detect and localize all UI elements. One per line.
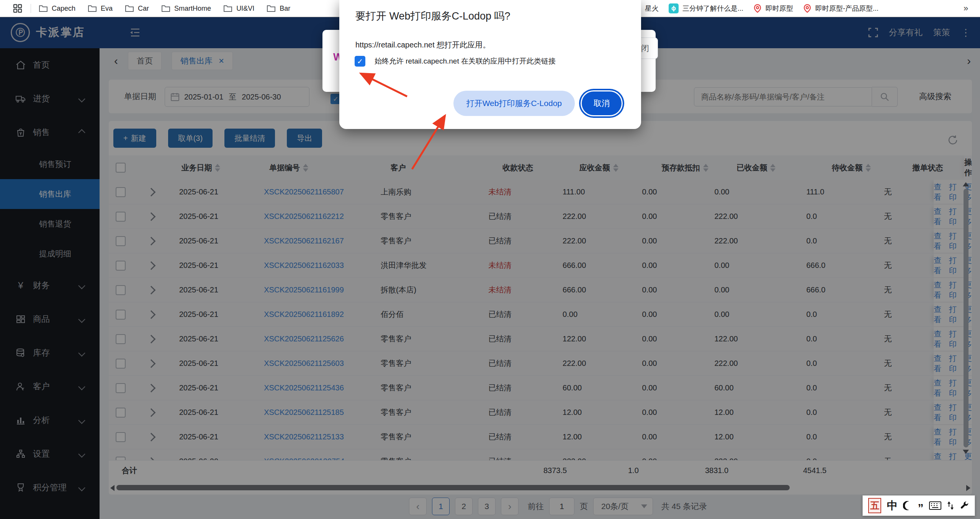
ime-softkeyboard-icon[interactable] bbox=[929, 501, 941, 510]
bookmark-item[interactable]: 即时原型-产品原型... bbox=[803, 4, 879, 13]
bookmark-folder[interactable]: Bar bbox=[267, 5, 290, 13]
dialog-title: 要打开 Web打印服务C-Lodop 吗? bbox=[355, 9, 510, 23]
divider bbox=[31, 4, 31, 13]
bookmark-item[interactable]: 星火 bbox=[645, 4, 659, 13]
ime-halfmoon-icon[interactable] bbox=[903, 501, 912, 511]
always-allow-checkbox[interactable]: ✓ bbox=[355, 56, 365, 67]
ime-tools-wrench-icon[interactable] bbox=[960, 501, 969, 510]
cancel-button[interactable]: 取消 bbox=[582, 91, 622, 115]
ime-chinese-mode-icon[interactable]: 中 bbox=[887, 498, 898, 513]
bookmark-item[interactable]: 即时原型 bbox=[753, 4, 793, 13]
ime-punctuation-icon[interactable]: ” bbox=[918, 501, 924, 510]
bookmark-item[interactable]: ϕ 三分钟了解什么是... bbox=[669, 3, 743, 13]
dialog-body-text: https://retail.capech.net 想打开此应用。 bbox=[355, 40, 490, 50]
apps-grid-icon[interactable] bbox=[13, 4, 22, 13]
screen: Capech Eva Car SmartHome UI&VI Bar 星火 ϕ … bbox=[0, 0, 980, 519]
always-allow-label: 始终允许 retail.capech.net 在关联的应用中打开此类链接 bbox=[375, 56, 556, 66]
bookmark-favicon: ϕ bbox=[669, 3, 679, 13]
bookmark-folder[interactable]: Car bbox=[125, 5, 149, 13]
bookmark-folder[interactable]: UI&VI bbox=[223, 5, 254, 13]
open-app-dialog: 要打开 Web打印服务C-Lodop 吗? https://retail.cap… bbox=[339, 0, 641, 129]
open-app-button[interactable]: 打开Web打印服务C-Lodop bbox=[453, 91, 575, 116]
ime-wubi-icon[interactable]: 五 bbox=[868, 498, 881, 513]
bookmark-folder[interactable]: Eva bbox=[88, 5, 113, 13]
bookmarks-right-group: 星火 ϕ 三分钟了解什么是... 即时原型 即时原型-产品原型... bbox=[645, 0, 888, 17]
ime-toolbar: 五 中 ” bbox=[862, 495, 975, 516]
pin-icon bbox=[803, 4, 811, 13]
pin-icon bbox=[753, 4, 762, 13]
bookmark-folder[interactable]: Capech bbox=[39, 5, 75, 13]
bookmark-folder[interactable]: SmartHome bbox=[161, 5, 211, 13]
bookmarks-overflow-chevron[interactable]: » bbox=[964, 0, 968, 17]
ime-switch-icon[interactable] bbox=[947, 501, 954, 511]
